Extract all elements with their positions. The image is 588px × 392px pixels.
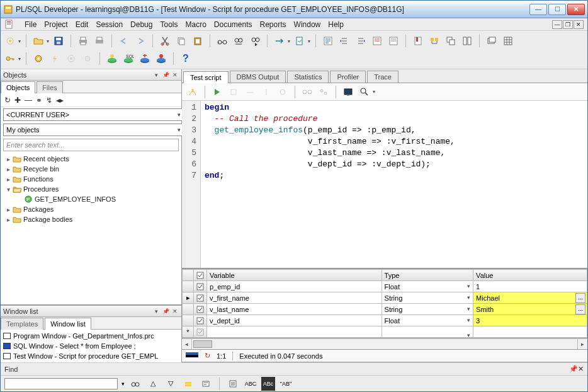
execute-doc-icon[interactable] bbox=[293, 34, 307, 48]
replace-all-icon[interactable] bbox=[199, 377, 213, 391]
tab-test-script[interactable]: Test script bbox=[183, 71, 229, 83]
tab-objects[interactable]: Objects bbox=[1, 81, 35, 93]
row-checkbox[interactable] bbox=[194, 304, 207, 315]
options-icon[interactable] bbox=[226, 377, 240, 391]
open-button[interactable] bbox=[31, 34, 45, 48]
new-button[interactable] bbox=[3, 34, 17, 48]
highlight-all-icon[interactable] bbox=[181, 377, 195, 391]
undo-button[interactable] bbox=[117, 34, 131, 48]
tree-item[interactable]: ▾Procedures bbox=[3, 184, 179, 194]
tree-expander[interactable]: ▾ bbox=[4, 186, 12, 193]
replace-icon[interactable] bbox=[232, 34, 246, 48]
menu-debug[interactable]: Debug bbox=[130, 20, 152, 29]
step-over-icon[interactable] bbox=[243, 85, 257, 99]
tree-item[interactable]: ▸Recent objects bbox=[3, 154, 179, 164]
cut-button[interactable] bbox=[158, 34, 172, 48]
tab-dbms-output[interactable]: DBMS Output bbox=[230, 71, 286, 83]
tree-expander[interactable]: ▸ bbox=[4, 156, 12, 163]
menu-help[interactable]: Help bbox=[328, 20, 344, 29]
tree-item[interactable]: PGET_EMPLOYEE_INFOS bbox=[3, 194, 179, 204]
var-value-cell[interactable]: 1 bbox=[473, 281, 587, 292]
scroll-left-icon[interactable]: ◂ bbox=[182, 339, 192, 349]
tab-files[interactable]: Files bbox=[37, 81, 62, 93]
tree-item[interactable]: ▸Recycle bin bbox=[3, 164, 179, 174]
run-icon[interactable] bbox=[210, 85, 224, 99]
sort-icon[interactable]: ↯ bbox=[46, 96, 52, 105]
panel-close-icon[interactable]: ✕ bbox=[578, 365, 584, 373]
panel-pin-icon[interactable]: 📌 bbox=[162, 71, 169, 79]
indent-right-icon[interactable] bbox=[337, 34, 351, 48]
comment-icon[interactable] bbox=[370, 34, 384, 48]
run-to-cursor-icon[interactable] bbox=[276, 85, 290, 99]
row-checkbox[interactable] bbox=[194, 281, 207, 292]
menu-project[interactable]: Project bbox=[44, 20, 67, 29]
indent-left-icon[interactable] bbox=[354, 34, 368, 48]
grid-icon[interactable] bbox=[501, 34, 515, 48]
tile-icon[interactable] bbox=[460, 34, 474, 48]
lightning-icon[interactable] bbox=[48, 52, 62, 66]
variable-row[interactable]: v_dept_idFloat3 bbox=[183, 315, 587, 326]
var-type-cell[interactable]: String bbox=[382, 292, 473, 304]
minimize-button[interactable]: — bbox=[529, 4, 547, 15]
tree-item[interactable]: ▸Packages bbox=[3, 204, 179, 214]
menu-reports[interactable]: Reports bbox=[260, 20, 286, 29]
col-value[interactable]: Value bbox=[473, 270, 587, 281]
help-icon[interactable]: ? bbox=[179, 52, 193, 66]
current-user-combo[interactable]: <CURRENT USER> ▾ bbox=[3, 108, 184, 121]
tree-expander[interactable]: ▸ bbox=[4, 166, 12, 173]
tree-expander[interactable]: ▸ bbox=[4, 176, 12, 183]
menu-file[interactable]: File bbox=[25, 20, 37, 29]
uncomment-icon[interactable] bbox=[387, 34, 400, 48]
scroll-thumb[interactable] bbox=[193, 340, 212, 348]
grid-scrollbar[interactable]: ◂ ▸ bbox=[182, 338, 587, 350]
tab-profiler[interactable]: Profiler bbox=[330, 71, 366, 83]
reset-icon[interactable]: ↻ bbox=[205, 352, 210, 360]
menu-tools[interactable]: Tools bbox=[160, 20, 178, 29]
remove-icon[interactable]: — bbox=[25, 96, 32, 105]
find-dropdown-icon[interactable]: ▾ bbox=[122, 381, 125, 387]
var-value-cell[interactable]: 3 bbox=[473, 315, 587, 326]
checkbox-header[interactable] bbox=[194, 270, 207, 281]
menu-session[interactable]: Session bbox=[96, 20, 123, 29]
var-name-cell[interactable]: v_last_name bbox=[207, 304, 382, 315]
close-button[interactable]: ✕ bbox=[567, 4, 585, 15]
col-variable[interactable]: Variable bbox=[207, 270, 382, 281]
var-name-cell[interactable]: v_first_name bbox=[207, 292, 382, 304]
find-input[interactable] bbox=[4, 378, 118, 389]
panel-dropdown-icon[interactable]: ▾ bbox=[152, 71, 160, 79]
glasses-icon[interactable] bbox=[300, 85, 314, 99]
zoom-icon[interactable] bbox=[358, 85, 371, 99]
beautify-icon[interactable] bbox=[186, 85, 200, 99]
mdi-minimize-button[interactable]: — bbox=[552, 20, 562, 29]
key-icon[interactable] bbox=[3, 52, 17, 66]
case-abci-icon[interactable]: ABc bbox=[261, 377, 275, 391]
menu-macro[interactable]: Macro bbox=[185, 20, 206, 29]
var-value-cell[interactable]: Smith bbox=[473, 304, 587, 315]
variable-row[interactable]: v_last_nameStringSmith bbox=[183, 304, 587, 315]
target-icon[interactable] bbox=[64, 52, 78, 66]
my-objects-combo[interactable]: My objects ▾ bbox=[3, 124, 184, 136]
find-icon[interactable] bbox=[215, 34, 229, 48]
step-out-icon[interactable] bbox=[259, 85, 273, 99]
window-list-item[interactable]: Test Window - Script for procedure GET_E… bbox=[3, 351, 179, 361]
gear-icon[interactable] bbox=[31, 52, 45, 66]
tree-expander[interactable]: ▸ bbox=[4, 206, 12, 213]
copy-button[interactable] bbox=[174, 34, 188, 48]
variable-row[interactable]: p_emp_idFloat1 bbox=[183, 281, 587, 292]
var-type-cell[interactable]: Float bbox=[382, 281, 473, 292]
panel-dropdown-icon[interactable]: ▾ bbox=[152, 308, 160, 315]
redo-button[interactable] bbox=[133, 34, 147, 48]
paste-button[interactable] bbox=[191, 34, 205, 48]
panel-pin-icon[interactable]: 📌 bbox=[569, 365, 578, 373]
mdi-restore-button[interactable]: ❐ bbox=[563, 20, 573, 29]
tab-statistics[interactable]: Statistics bbox=[287, 71, 329, 83]
objects-search-input[interactable]: Enter search text... bbox=[3, 139, 179, 151]
find-next-button[interactable] bbox=[248, 34, 262, 48]
code-editor[interactable]: begin -- Call the procedure get_employee… bbox=[201, 101, 587, 268]
tree-item[interactable]: ▸Functions bbox=[3, 174, 179, 184]
windows-icon[interactable] bbox=[485, 34, 499, 48]
print-setup-button[interactable] bbox=[93, 34, 106, 48]
find-prev-icon[interactable]: △ bbox=[146, 377, 160, 391]
mdi-close-button[interactable]: ✕ bbox=[574, 20, 584, 29]
row-checkbox[interactable] bbox=[194, 292, 207, 304]
